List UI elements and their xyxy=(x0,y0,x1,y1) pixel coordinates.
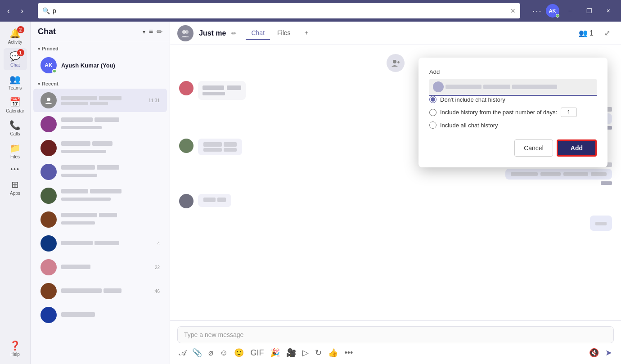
radio-all-history[interactable]: Include all chat history xyxy=(429,121,597,129)
back-arrow[interactable]: ‹ xyxy=(4,4,14,18)
more-options-icon[interactable]: ··· xyxy=(533,6,542,16)
modal-input-blurred2 xyxy=(483,85,510,89)
radio-all-history-input[interactable] xyxy=(429,121,436,129)
modal-input-underline xyxy=(429,95,597,96)
user-avatar-title[interactable]: AK xyxy=(546,4,559,18)
radio-history-days[interactable]: Include history from the past number of … xyxy=(429,108,597,117)
cancel-button[interactable]: Cancel xyxy=(514,139,553,157)
search-icon: 🔍 xyxy=(42,7,50,14)
search-input[interactable] xyxy=(53,7,508,14)
modal-input-wrapper xyxy=(429,79,597,96)
days-input[interactable] xyxy=(561,108,577,117)
modal-input-blurred3 xyxy=(512,85,557,89)
modal-input-blurred xyxy=(446,85,482,89)
modal-avatar-placeholder xyxy=(433,81,444,92)
nav-arrows: ‹ › xyxy=(0,4,31,18)
minimize-button[interactable]: − xyxy=(563,5,577,16)
status-dot xyxy=(556,14,559,18)
add-person-modal: Add Don't include chat history Include h… xyxy=(418,58,608,167)
close-search-icon[interactable]: ✕ xyxy=(510,7,516,14)
modal-label: Add xyxy=(429,68,597,75)
modal-buttons: Cancel Add xyxy=(429,139,597,157)
search-bar[interactable]: 🔍 ✕ xyxy=(38,3,520,18)
radio-no-history[interactable]: Don't include chat history xyxy=(429,96,597,103)
radio-history-days-input[interactable] xyxy=(429,109,436,116)
modal-radio-group: Don't include chat history Include histo… xyxy=(429,96,597,129)
forward-arrow[interactable]: › xyxy=(17,4,27,18)
modal-input-row xyxy=(429,79,597,95)
close-button[interactable]: × xyxy=(601,5,616,16)
title-bar: ‹ › 🔍 ✕ ··· AK − ❐ × xyxy=(0,0,621,22)
add-button[interactable]: Add xyxy=(557,139,597,157)
maximize-button[interactable]: ❐ xyxy=(581,5,598,16)
modal-overlay: Add Don't include chat history Include h… xyxy=(0,22,621,364)
title-bar-right: ··· AK − ❐ × xyxy=(527,4,621,18)
radio-no-history-input[interactable] xyxy=(429,96,436,103)
